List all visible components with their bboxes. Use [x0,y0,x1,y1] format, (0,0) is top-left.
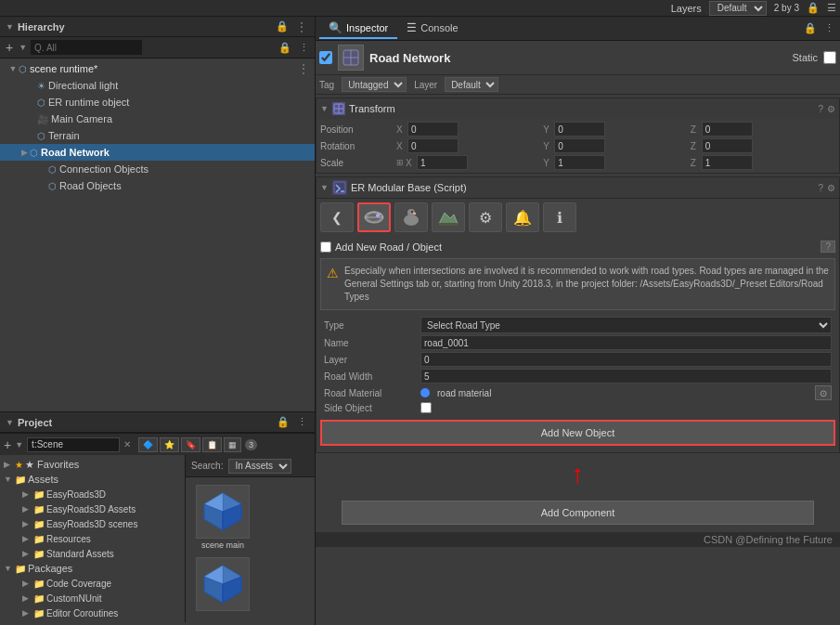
conn-icon: ⬡ [48,164,57,175]
road-material-select-btn[interactable]: ⊙ [815,385,832,400]
pos-y-input[interactable] [554,122,605,137]
project-lock-btn[interactable]: 🔒 [275,416,291,428]
hierarchy-settings-icon[interactable]: ⋮ [297,42,311,54]
filter-btn-5[interactable]: ▦ [224,437,241,452]
filter-btn-3[interactable]: 🔖 [181,437,200,452]
road-layer-input[interactable] [420,352,832,367]
easyr3d-assets-item[interactable]: ▶ 📁 EasyRoads3D Assets [0,501,185,516]
road-section-checkbox[interactable] [320,241,331,253]
scene-context-btn[interactable]: ⋮ [298,62,315,75]
er-script-icon [332,180,347,195]
inspector-menu-btn[interactable]: ⋮ [822,22,836,34]
standard-assets-item[interactable]: ▶ 📁 Standard Assets [0,546,185,561]
resources-item[interactable]: ▶ 📁 Resources [0,531,185,546]
road-material-label: Road Material [324,385,417,400]
transform-header[interactable]: ▼ Transform ? ⚙ [317,98,839,119]
custom-nunit-item[interactable]: ▶ 📁 Custom NUnit [0,591,185,605]
editor-coroutines-item[interactable]: ▶ 📁 Editor Coroutines [0,605,185,620]
pos-z-input[interactable] [702,122,753,137]
resources-icon: 📁 [33,534,45,544]
hierarchy-search-input[interactable] [31,40,142,55]
rot-y-input[interactable] [554,138,605,153]
road-name-input[interactable] [420,335,832,350]
project-search-input[interactable] [27,437,120,452]
static-checkbox[interactable] [823,51,836,64]
tree-item-road-network[interactable]: ▶ ⬡ Road Network [0,144,315,161]
tab-terrain-btn[interactable] [432,202,465,232]
camera-icon: 🎥 [37,114,48,124]
hierarchy-fold-icon: ▼ [6,22,14,32]
packages-root-item[interactable]: ▼ 📁 Packages [0,561,185,576]
tab-bell-btn[interactable]: 🔔 [506,202,539,232]
object-header: Road Network Static [316,41,840,74]
tab-back-btn[interactable]: ❮ [320,202,354,232]
layers-dropdown[interactable]: Default [709,1,767,16]
add-component-btn[interactable]: Add Component [342,501,814,525]
position-label: Position [320,122,394,137]
lock-icon[interactable]: 🔒 [807,2,820,14]
tree-item-terrain[interactable]: ⬡ Terrain [0,127,315,144]
rot-z-input[interactable] [702,138,753,153]
road-section-help[interactable]: ? [821,241,835,253]
er-script-header[interactable]: ▼ ER Modular Base (Script) ? ⚙ [317,177,839,198]
filter-btn-4[interactable]: 📋 [202,437,222,452]
road-section-title: Add New Road / Object [335,241,817,253]
layer-dropdown[interactable]: Default [445,77,498,92]
add-new-object-btn[interactable]: Add New Object [320,420,835,446]
tree-item-scene[interactable]: ▼ ⬡ scene runtime* ⋮ [0,60,315,77]
search-scope-dropdown[interactable]: In Assets [228,459,291,474]
rot-x-input[interactable] [407,138,459,153]
favorites-item[interactable]: ▶ ★ ★ Favorites [0,457,185,472]
tab-road-btn[interactable] [357,202,391,232]
scale-z-input[interactable] [702,155,753,170]
pos-x-input[interactable] [407,122,459,137]
road-obj-label: Road Objects [59,180,122,191]
menu-icon[interactable]: ☰ [827,2,836,14]
project-panel: ▼ Project 🔒 ⋮ + ▼ ✕ 🔷 ⭐ 🔖 📋 ▦ [0,411,315,625]
easyr3d-scenes-item[interactable]: ▶ 📁 EasyRoads3D scenes [0,516,185,531]
tree-item-dirlight[interactable]: ☀ Directional light [0,77,315,94]
tab-settings-btn[interactable]: ⚙ [469,202,502,232]
tab-console[interactable]: ☰ Console [397,19,467,39]
road-width-input[interactable] [420,369,832,384]
road-type-dropdown[interactable]: Select Road Type [420,317,832,333]
tag-dropdown[interactable]: Untagged [342,77,407,92]
tree-item-camera[interactable]: 🎥 Main Camera [0,111,315,127]
asset-thumb-scene-main[interactable]: scene main [193,485,252,550]
scale-y-input[interactable] [554,155,605,170]
inspector-lock-btn[interactable]: 🔒 [802,22,819,34]
assets-root-item[interactable]: ▼ 📁 Assets [0,472,185,487]
transform-settings-btn[interactable]: ⚙ [827,104,835,114]
tree-item-road-obj[interactable]: ⬡ Road Objects [0,177,315,194]
tab-duck-btn[interactable] [394,202,428,232]
er-fold-arrow: ▼ [320,183,329,192]
scale-z-group: Z [691,155,835,170]
hierarchy-add-btn[interactable]: + [4,40,15,55]
hierarchy-lock-btn[interactable]: 🔒 [274,20,291,33]
asset-thumb-2[interactable] [193,557,252,613]
code-coverage-item[interactable]: ▶ 📁 Code Coverage [0,576,185,591]
scale-x-input[interactable] [417,155,468,170]
project-menu-btn[interactable]: ⋮ [295,416,309,428]
tree-item-conn[interactable]: ⬡ Connection Objects [0,161,315,177]
scene-fold-arrow: ▼ [7,64,19,73]
filter-btn-1[interactable]: 🔷 [138,437,158,452]
project-add-btn[interactable]: + [4,437,11,452]
hierarchy-tree: ▼ ⬡ scene runtime* ⋮ ☀ Directional light [0,59,315,411]
hierarchy-search-icon[interactable]: 🔒 [277,42,293,54]
scale-x-axis: X [406,158,415,168]
tab-info-btn[interactable]: ℹ [543,202,576,232]
object-active-checkbox[interactable] [319,51,332,64]
scale-x-group: ⊞ X [396,155,541,170]
hierarchy-menu-btn[interactable]: ⋮ [294,20,309,33]
er-help-btn[interactable]: ? [818,183,823,193]
side-object-checkbox[interactable] [420,402,432,413]
tree-item-er[interactable]: ⬡ ER runtime object [0,94,315,111]
easyr3d-item[interactable]: ▶ 📁 EasyRoads3D [0,487,185,501]
tab-inspector[interactable]: 🔍 Inspector [319,19,397,39]
transform-help-btn[interactable]: ? [818,104,823,114]
er-settings-btn[interactable]: ⚙ [827,183,835,193]
filter-btn-2[interactable]: ⭐ [160,437,179,452]
custom-nunit-icon: 📁 [33,593,45,604]
svg-marker-26 [439,213,458,224]
